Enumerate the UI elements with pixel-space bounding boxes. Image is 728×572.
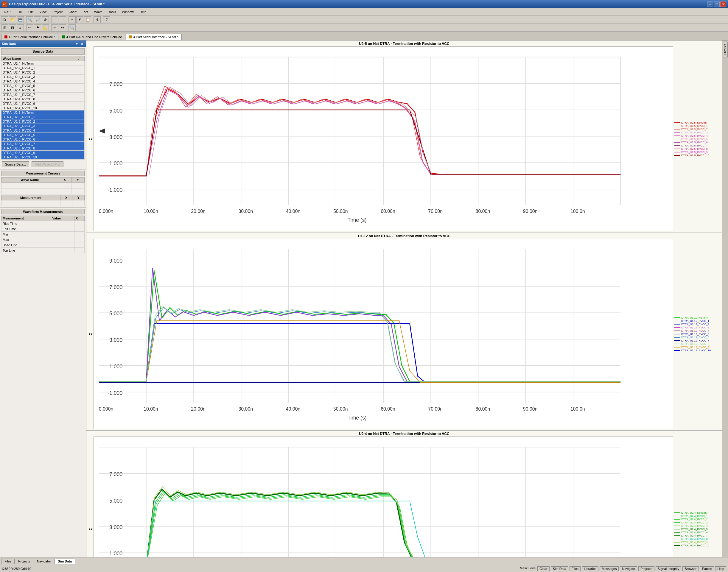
wave-list-row[interactable]: DTRA_U2.5_RVCC_8 [1,146,85,151]
waveform-row: Top Line [1,248,85,253]
zoom3-button[interactable]: 🔍 [68,24,76,31]
svg-text:-1.000: -1.000 [108,390,122,396]
wave-slash-cell [77,75,85,79]
menu-edit[interactable]: Edit [25,9,36,15]
wave-list-row[interactable]: DTRA_U2.5_RVCC_5 [1,133,85,137]
wave-list-row[interactable]: DTRA_U2.5_RVCC_7 [1,142,85,146]
search2-button[interactable]: 🔎 [34,16,41,23]
bottom-tab-navigator[interactable]: Navigator [34,559,54,564]
wave-list-row[interactable]: DTRA_U2.4_RVCC_7 [1,93,85,97]
panel-pin[interactable]: ▼ [74,42,79,46]
back-button[interactable]: ← [51,16,58,23]
add-wave-button[interactable]: Add Wave to Plot [31,161,63,167]
scissors-button[interactable]: ✂ [68,16,76,23]
wave-list-row[interactable]: DTRA_U2.4_NoTerm [1,61,85,66]
status-messages[interactable]: Messages [600,566,619,571]
fwd-button[interactable]: → [59,16,66,23]
layer-button[interactable]: ≡ [17,24,24,31]
help-icon-btn[interactable]: ? [103,16,110,23]
paste-button[interactable]: 📋 [84,16,91,23]
maximize-button[interactable]: □ [714,1,720,7]
wave-list-row[interactable]: DTRA_U2.4_RVCC_5 [1,84,85,88]
status-simdata[interactable]: Sim Data [551,566,568,571]
bottom-tab-projects[interactable]: Projects [15,559,34,564]
menu-plot[interactable]: Plot [80,9,91,15]
wave-list-row[interactable]: DTRA_U2.5_RVCC_1 [1,115,85,120]
wave-list-row[interactable]: DTRA_U2.5_RVCC_4 [1,128,85,133]
snap-button[interactable]: ⊟ [9,24,16,31]
tab-sch[interactable]: 4 Port UART and Line Drivers.SchDoc [59,33,125,40]
menu-window[interactable]: Window [120,9,136,15]
wave-list-row[interactable]: DTRA_U2.4_RVCC_4 [1,79,85,84]
status-browser[interactable]: Browser [682,566,699,571]
grid-button[interactable]: ⊞ [1,24,8,31]
wave-list-row[interactable]: DTRA_U2.4_RVCC_6 [1,88,85,93]
status-projects[interactable]: Projects [638,566,654,571]
wave-name-cell: DTRA_U2.5_RVCC_3 [1,124,77,128]
status-help[interactable]: Help [715,566,726,571]
wm-x-cell [74,221,84,226]
redo-button[interactable]: ↪ [59,24,66,31]
chart-2-ylabel: Σ [87,239,93,429]
svg-text:50.00n: 50.00n [333,209,348,214]
wave-list-row[interactable]: DTRA_U2.5_RVCC_9 [1,151,85,155]
svg-text:100.0n: 100.0n [571,209,585,214]
wm-name-cell: Fall Time [1,226,51,232]
copy-button[interactable]: ⎘ [76,16,83,23]
svg-text:9.000: 9.000 [109,258,122,264]
undo-button[interactable]: ↩ [51,24,58,31]
wave-list-row[interactable]: DTRA_U2.4_RVCC_1 [1,66,85,70]
wave-list-row[interactable]: DTRA_U2.5_RVCC_10 [1,155,85,160]
tab-sdf[interactable]: 4 Port Serial Interface - SI.sdf * [126,33,182,40]
meas-x-header: X [60,195,72,200]
chart-3-svg[interactable]: -1.000 1.000 3.000 5.000 7.000 0.000n 10… [93,436,673,557]
chart-1-svg[interactable]: -1.000 1.000 3.000 5.000 7.000 0.000n 10… [93,47,673,231]
wave-list-row[interactable]: DTRA_U2.4_RVCC_9 [1,101,85,106]
status-files[interactable]: Files [570,566,581,571]
wave-list-row[interactable]: DTRA_U2.5_NoTerm [1,111,85,115]
open-button[interactable]: 📂 [9,16,16,23]
wave-list-row[interactable]: DTRA_U2.5_RVCC_2 [1,120,85,124]
status-panels[interactable]: Panels [700,566,714,571]
status-signalintegrity[interactable]: Signal Integrity [656,566,681,571]
close-button[interactable]: ✕ [720,1,726,7]
search-button[interactable]: 🔍 [26,16,34,23]
edit2-button[interactable]: ✏ [26,24,34,31]
menu-project[interactable]: Project [50,9,65,15]
menu-file[interactable]: File [14,9,25,15]
wave-list-row[interactable]: DTRA_U2.4_RVCC_2 [1,70,85,75]
wave-list-row[interactable]: DTRA_U2.5_RVCC_6 [1,137,85,142]
status-navigate[interactable]: Navigate [620,566,637,571]
wave-list-row[interactable]: DTRA_U2.5_RVCC_3 [1,124,85,128]
menu-view[interactable]: View [37,9,49,15]
svg-text:40.00n: 40.00n [286,209,301,214]
menu-help[interactable]: Help [137,9,149,15]
menu-tools[interactable]: Tools [106,9,119,15]
clear-button[interactable]: Clear [537,566,549,571]
svg-text:-1.000: -1.000 [108,187,122,193]
wave-list-row[interactable]: DTRA_U2.4_RVCC_8 [1,97,85,101]
svg-text:100.0n: 100.0n [571,407,585,412]
new-button[interactable]: 🗋 [1,16,8,23]
save-button[interactable]: 💾 [17,16,24,23]
menu-dxp[interactable]: DXP [1,9,13,15]
bottom-tab-files[interactable]: Files [1,559,15,564]
chart-2-svg[interactable]: -1.000 1.000 3.000 5.000 7.000 9.000 0.0… [93,239,673,429]
wave-list-row[interactable]: DTRA_U2.4_RVCC_10 [1,106,85,111]
chart-1-title: U2-5 on Net DTRA - Termination with Resi… [87,42,721,46]
wave-slash-cell [77,128,85,133]
menu-wave[interactable]: Wave [91,9,105,15]
zoom-button[interactable]: ⊕ [42,16,49,23]
flag-button[interactable]: ⚑ [34,24,41,31]
panel-x[interactable]: ✕ [80,42,84,46]
print-button[interactable]: 🖨 [93,16,101,23]
wave-list-row[interactable]: DTRA_U2.4_RVCC_3 [1,75,85,79]
tab-pcb[interactable]: 4 Port Serial Interface.PcbDoc * [1,33,58,40]
side-tab-libraries[interactable]: Libraries [723,42,728,57]
menu-chart[interactable]: Chart [66,9,79,15]
ruler-button[interactable]: 📐 [42,24,49,31]
bottom-tab-simdata[interactable]: Sim Data [55,559,75,564]
status-libraries[interactable]: Libraries [582,566,598,571]
source-data-button[interactable]: Source Data... [2,161,29,167]
minimize-button[interactable]: ─ [707,1,713,7]
